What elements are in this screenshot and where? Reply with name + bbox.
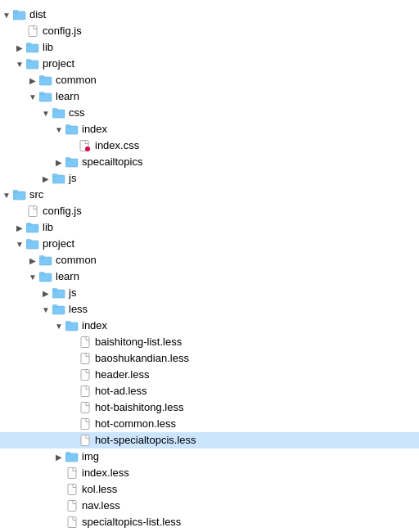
tree-item-js-1[interactable]: js [0,170,419,187]
arrow-icon[interactable] [13,223,26,232]
tree-item-project-2[interactable]: project [0,236,419,252]
tree-item-specialtopics-1[interactable]: specailtopics [0,154,419,170]
svg-rect-29 [39,256,44,259]
tree-item-lib-1[interactable]: lib [0,39,419,56]
svg-rect-47 [68,468,76,479]
svg-rect-10 [39,92,44,95]
arrow-icon[interactable] [52,158,65,167]
item-label: project [43,236,74,252]
tree-item-css-1[interactable]: css [0,105,419,121]
svg-rect-48 [68,485,76,495]
item-label: specailtopics [82,154,142,170]
folder-icon [52,287,65,299]
arrow-icon[interactable] [26,256,39,265]
arrow-icon[interactable] [26,76,39,85]
arrow-icon[interactable] [26,273,39,282]
tree-item-hot-ad-less[interactable]: hot-ad.less [0,383,419,399]
tree-item-less-1[interactable]: less [0,301,419,318]
arrow-icon[interactable] [13,240,26,249]
tree-item-common-2[interactable]: common [0,252,419,268]
tree-item-js-2[interactable]: js [0,285,419,301]
tree-item-baishitong-list-less[interactable]: baishitong-list.less [0,334,419,350]
svg-rect-44 [81,435,89,446]
svg-rect-37 [65,322,70,324]
item-label: src [29,187,43,203]
item-label: hot-baishitong.less [95,399,183,416]
item-label: js [69,285,76,301]
svg-rect-31 [39,273,44,275]
arrow-icon[interactable] [39,109,52,118]
tree-item-dist[interactable]: dist [0,7,419,23]
svg-rect-4 [26,43,31,46]
folder-icon [26,238,39,250]
arrow-icon[interactable] [39,305,52,314]
item-label: config.js [43,23,82,39]
item-label: project [43,56,74,72]
tree-item-header-less[interactable]: header.less [0,367,419,383]
item-label: hot-specialtopcis.less [95,432,196,449]
tree-item-nav-less[interactable]: nav.less [0,498,419,514]
tree-item-common-1[interactable]: common [0,72,419,88]
tree-item-index-css[interactable]: index.css [0,138,419,154]
svg-rect-18 [65,158,70,160]
tree-item-specialtopics-list-less[interactable]: specialtopics-list.less [0,514,419,530]
item-label: baishitong-list.less [95,334,182,350]
svg-rect-46 [65,453,70,455]
file-icon [26,205,39,217]
arrow-icon[interactable] [39,289,52,298]
svg-rect-8 [39,76,44,79]
svg-rect-41 [81,386,89,397]
item-label: index [82,318,107,334]
tree-item-hot-specialtopcis-less[interactable]: hot-specialtopcis.less [0,432,419,449]
tree-item-learn-1[interactable]: learn [0,88,419,105]
tree-item-index-2[interactable]: index [0,318,419,334]
tree-item-index-1[interactable]: index [0,121,419,138]
svg-rect-33 [52,289,57,291]
item-label: common [56,252,97,268]
folder-icon [39,255,52,266]
svg-rect-23 [29,206,37,217]
item-label: hot-common.less [95,416,176,432]
tree-item-hot-baishitong-less[interactable]: hot-baishitong.less [0,399,419,416]
file-icon [79,353,92,364]
item-label: lib [43,219,53,236]
item-label: hot-ad.less [95,383,147,399]
item-label: specialtopics-list.less [82,514,181,530]
css-file-icon [79,140,92,151]
tree-item-lib-2[interactable]: lib [0,219,419,236]
arrow-icon[interactable] [13,60,26,69]
item-label: dist [29,7,46,23]
arrow-icon[interactable] [0,11,13,20]
arrow-icon[interactable] [13,43,26,52]
tree-item-img-1[interactable]: img [0,449,419,465]
item-label: common [56,72,97,88]
tree-item-kol-less[interactable]: kol.less [0,481,419,498]
arrow-icon[interactable] [52,322,65,331]
arrow-icon[interactable] [52,125,65,134]
folder-icon [39,271,52,282]
tree-item-src[interactable]: src [0,187,419,203]
svg-rect-43 [81,419,89,430]
arrow-icon[interactable] [0,191,13,200]
tree-item-config-js-2[interactable]: config.js [0,203,419,219]
svg-rect-20 [52,174,57,177]
arrow-icon[interactable] [52,453,65,462]
file-icon [79,369,92,381]
file-icon [79,402,92,413]
tree-item-project-1[interactable]: project [0,56,419,72]
svg-rect-6 [26,60,31,62]
tree-item-baoshukandian-less[interactable]: baoshukandian.less [0,350,419,367]
svg-rect-2 [29,26,37,37]
file-tree: dist config.js lib project common learn … [0,7,419,532]
svg-rect-50 [68,517,76,528]
folder-icon [65,320,79,331]
tree-item-index-less[interactable]: index.less [0,465,419,481]
folder-icon [26,42,39,53]
tree-item-hot-common-less[interactable]: hot-common.less [0,416,419,432]
item-label: kol.less [82,481,117,498]
arrow-icon[interactable] [26,92,39,101]
arrow-icon[interactable] [39,174,52,183]
tree-item-learn-2[interactable]: learn [0,268,419,285]
tree-item-config-js-1[interactable]: config.js [0,23,419,39]
item-label: index.css [95,138,139,154]
